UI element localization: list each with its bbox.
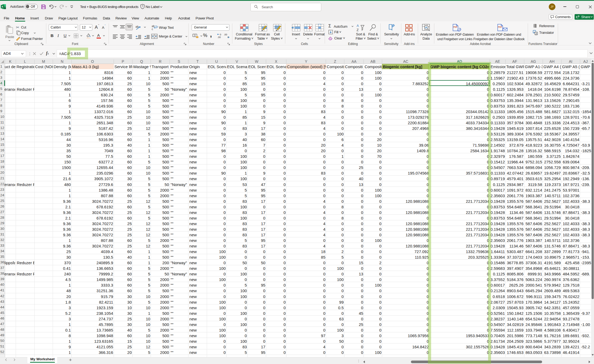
svg-text:.00: .00	[224, 33, 227, 36]
svg-text:X: X	[2, 5, 3, 8]
svg-text:文: 文	[535, 32, 538, 35]
svg-text:A: A	[357, 24, 359, 28]
svg-text:.00: .00	[217, 36, 221, 39]
svg-text:ab: ab	[152, 25, 155, 28]
svg-text:Z: Z	[357, 28, 359, 32]
svg-text:PDF: PDF	[453, 26, 457, 28]
svg-text:0: 0	[220, 33, 221, 36]
svg-text:PDF: PDF	[498, 26, 502, 28]
svg-text:ab: ab	[135, 25, 139, 28]
svg-text:?: ?	[142, 5, 143, 8]
svg-text:c: c	[152, 28, 153, 30]
